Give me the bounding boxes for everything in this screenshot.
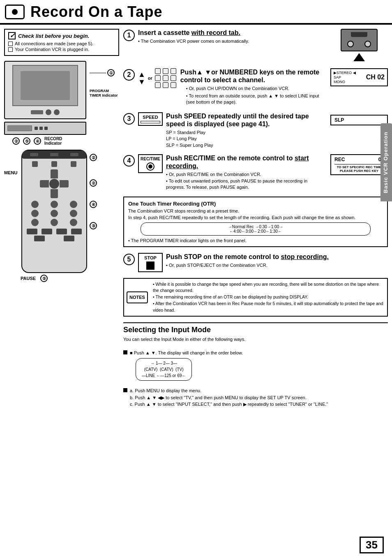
input-step-b: b. Push ▲ ▼ ◀▶ to select "TV," and then … (130, 394, 328, 401)
transport-6 (64, 236, 74, 241)
checklist-box: Check list before you begin. All connect… (4, 29, 119, 56)
input-step-c: c. Push ▲ ▼ to select "INPUT SELECT," an… (130, 401, 328, 408)
ann-circle-5: ⑤ (40, 275, 48, 282)
speed-button-box: SPEED (138, 112, 163, 126)
notes-list: • While it is possible to change the tap… (153, 281, 384, 314)
annotation-1: ① (90, 69, 119, 76)
remote-numpad (25, 201, 83, 226)
record-indicator-row: ② ⑤ ④ RECORDIndicator (12, 137, 119, 146)
step-5-stop-btn: STOP (138, 253, 163, 272)
tv-screen-content (21, 71, 70, 100)
input-mode-push-text: ■ Push ▲ ▼. The display will change in t… (130, 349, 243, 356)
ann-circle-4: ④ (90, 201, 97, 208)
pause-label: PAUSE ⑤ (21, 275, 119, 282)
step-5-content: Push STOP on the remote control to stop … (166, 253, 388, 269)
key-5 (163, 75, 168, 81)
numpad-4 (31, 210, 39, 217)
tv-box (4, 61, 86, 119)
vcr-btn-3 (44, 127, 48, 130)
remote-annotations: ② ② ④ ③ (90, 150, 97, 229)
tv-ctrl-2 (46, 109, 51, 115)
ch-number: CH 02 (366, 74, 385, 81)
step-1-title: Insert a cassette with record tab. (138, 29, 327, 37)
vcr-buttons-row (35, 127, 48, 130)
otr-desc1: The Combination VCR stops recording at a… (128, 208, 383, 213)
key-9 (171, 82, 176, 88)
key-2 (163, 68, 168, 74)
step-5-row: 5 STOP Push STOP on the remote control t… (123, 253, 388, 272)
tv-screen (12, 65, 78, 106)
channel-row: ▶STEREO ◀ SAP MONO CH 02 (334, 71, 385, 84)
vcr-device (4, 122, 86, 135)
right-column: 1 Insert a cassette with record tab. • T… (123, 29, 388, 410)
input-flow-line1: → 1— 2— 3— (142, 360, 186, 366)
step-4-title: Push REC/TIME on the remote control to s… (166, 154, 327, 170)
step-4-row: 4 REC/TIME Push REC/TIME on the remote c… (123, 154, 388, 191)
step-4-rectime-btn: REC/TIME (138, 154, 163, 173)
checklist-text-2: Your Combination VCR is plugged in. (15, 47, 89, 52)
checklist-item-1: All connections are made (see page 5). (8, 41, 115, 46)
dpad-down (51, 189, 58, 198)
remote-layout: MENU (4, 150, 119, 273)
checkbox-1 (8, 42, 13, 46)
input-mode-title: Selecting the Input Mode (123, 322, 388, 334)
remote-row-1 (25, 161, 83, 167)
menu-label: MENU (4, 170, 19, 175)
note-item-3: • After the Combination VCR has been in … (153, 301, 384, 314)
input-mode-steps-block: a. Push MENU to display the menu. b. Pus… (123, 387, 388, 408)
speed-label: SPEED (141, 115, 160, 120)
main-layout: Check list before you begin. All connect… (0, 29, 392, 410)
ann-circle-2b: ② (90, 179, 97, 187)
cassette-notch (351, 32, 367, 37)
input-flow-box: → 1— 2— 3— (CATV) (CATV) (TV) —LINE ←—12… (136, 358, 192, 381)
record-icon (5, 5, 25, 19)
numpad-6 (70, 210, 77, 217)
remote-dpad-area (40, 169, 69, 198)
tv-vcr-diagram (4, 61, 86, 137)
step-2-title: Push▲ ▼or NUMBERED keys on the remote co… (180, 68, 327, 84)
step-3-circle: 3 (123, 113, 135, 125)
remote-body (21, 150, 87, 273)
page-number: 35 (360, 537, 384, 553)
remote-top-btn-1 (30, 153, 38, 156)
vcr-btn-1 (35, 127, 38, 130)
transport-4 (71, 229, 82, 234)
numpad-1 (31, 201, 39, 208)
diagram-annotations: ① PROGRAM TIMER Indicator (90, 61, 119, 98)
input-mode-push-label: ■ Push ▲ ▼. The display will change in t… (123, 349, 388, 356)
note-item-1: • While it is possible to change the tap… (153, 281, 384, 294)
dpad-right (60, 180, 69, 187)
remote-top-btn-3 (70, 153, 78, 156)
rec-dot (148, 164, 152, 169)
step-3-speed-btn: SPEED (138, 112, 163, 126)
remote-btn-b (51, 161, 57, 167)
step-3-side: SLP (330, 112, 388, 125)
step-2-row: 2 ▲▼ or Push▲ ▼or NUMBERED (123, 68, 388, 106)
remote-numpad-row1 (25, 201, 83, 208)
numpad-8 (51, 219, 58, 226)
dpad-left (40, 180, 49, 187)
ann-circle-3: ③ (90, 222, 97, 229)
input-mode-section: Selecting the Input Mode You can select … (123, 322, 388, 408)
circle-5: ⑤ (23, 137, 30, 145)
numpad-5 (51, 210, 58, 217)
otr-flow-line1: →Normal Rec →0:30→1:00→ (147, 224, 364, 229)
stereo-labels: ▶STEREO ◀ SAP MONO (334, 71, 356, 84)
input-flow-line3: —LINE ←—125 or 69← (142, 373, 186, 379)
number-keys-icon (155, 68, 177, 88)
tv-diagram-area: ① PROGRAM TIMER Indicator ② ⑤ ④ RECORDIn… (4, 61, 119, 146)
rec-label: REC (334, 157, 345, 162)
remote-numpad-row2 (25, 210, 83, 217)
step-3-title: Push SPEED repeatedly until the desired … (166, 112, 327, 128)
remote-diagram-area: MENU (4, 150, 119, 282)
speed-inner (141, 121, 160, 123)
input-flow-line2: (CATV) (CATV) (TV) (142, 366, 186, 373)
otr-flow-box: →Normal Rec →0:30→1:00→ ←4:00←3:00←2:00←… (141, 222, 371, 236)
rec-box-row: REC 02 (334, 157, 384, 162)
otr-box: One Touch Timer Recording (OTR) The Comb… (123, 197, 388, 247)
input-mode-desc: You can select the Input Mode in either … (123, 336, 388, 343)
slp-box: SLP (330, 115, 388, 125)
tv-bottom-controls (8, 109, 82, 115)
step-1-content: Insert a cassette with record tab. • The… (138, 29, 327, 45)
step-5-circle: 5 (123, 254, 135, 265)
